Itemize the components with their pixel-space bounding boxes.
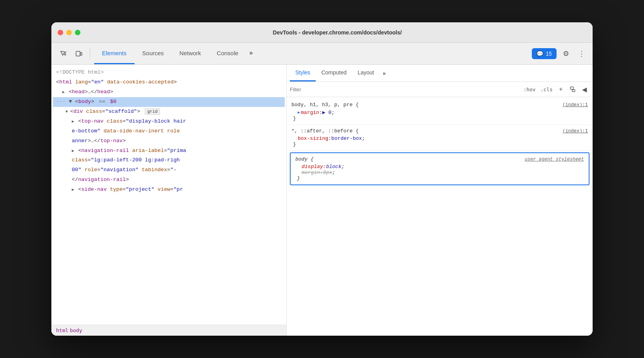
tab-sources[interactable]: Sources — [135, 43, 172, 64]
svg-rect-2 — [570, 87, 573, 89]
paint-button[interactable] — [568, 84, 578, 94]
css-rules[interactable]: body, h1, h3, p, pre { (index):1 ▶ margi… — [287, 97, 593, 336]
more-tabs-button[interactable]: » — [246, 43, 256, 64]
toolbar-divider — [90, 48, 90, 59]
elements-panel: <!DOCTYPE html> <html lang="en" data-coo… — [51, 65, 287, 336]
css-selector-2: *, ::after, ::before { — [291, 128, 359, 134]
window-controls — [58, 30, 80, 35]
more-style-tabs[interactable]: » — [380, 65, 389, 81]
settings-button[interactable]: ⚙ — [560, 47, 572, 60]
more-options-button[interactable]: ⋮ — [575, 47, 588, 60]
close-button[interactable] — [58, 30, 63, 35]
filter-bar: :hov .cls + ◀ — [287, 82, 593, 97]
tab-network[interactable]: Network — [172, 43, 209, 64]
css-prop-margin-8px: margin: 8px ; — [295, 170, 584, 175]
tab-layout[interactable]: Layout — [352, 65, 380, 81]
arrow-left-icon: ◀ — [582, 86, 587, 93]
code-line-topnav-1: ▶ <top-nav class="display-block hair — [53, 117, 285, 127]
tab-elements[interactable]: Elements — [94, 43, 135, 64]
code-line-div-scaffold: ▼ <div class="scaffold"> grid — [53, 107, 285, 117]
code-line-sidenav: ▶ <side-nav type="project" view="pr — [53, 185, 285, 195]
code-line-navrail-3: 00" role="navigation" tabindex="- — [53, 165, 285, 175]
tab-computed[interactable]: Computed — [316, 65, 352, 81]
messages-badge-button[interactable]: 💬 15 — [532, 48, 557, 59]
css-selector-3: body { — [295, 156, 314, 162]
css-source-1[interactable]: (index):1 — [562, 102, 588, 108]
code-line-html: <html lang="en" data-cookies-accepted> — [53, 78, 285, 87]
tab-console[interactable]: Console — [209, 43, 246, 64]
breadcrumb-body[interactable]: body — [70, 327, 82, 333]
gear-icon: ⚙ — [563, 49, 569, 58]
css-rule-universal: *, ::after, ::before { (index):1 box-siz… — [287, 125, 593, 151]
tabs-container: Elements Sources Network Console » — [94, 43, 256, 64]
window-title: DevTools - developer.chrome.com/docs/dev… — [88, 29, 586, 36]
styles-panel: Styles Computed Layout » :hov .cls + — [287, 65, 593, 336]
main-content: <!DOCTYPE html> <html lang="en" data-coo… — [51, 65, 593, 336]
breadcrumb: html body — [51, 325, 286, 336]
hov-button[interactable]: :hov — [522, 86, 537, 93]
css-prop-display: display : block ; — [295, 164, 584, 170]
filter-buttons: :hov .cls + ◀ — [522, 84, 589, 94]
maximize-button[interactable] — [75, 30, 80, 35]
plus-icon: + — [559, 86, 562, 93]
code-line-body[interactable]: ··· ▼ <body> == $0 — [53, 97, 285, 107]
css-source-3[interactable]: user agent stylesheet — [525, 157, 584, 162]
css-rule-body-highlighted: body { user agent stylesheet display : b… — [290, 152, 589, 185]
device-icon[interactable] — [72, 47, 86, 61]
code-line-navrail-close: </navigation-rail> — [53, 175, 285, 185]
css-close-1: } — [291, 116, 588, 121]
elements-code[interactable]: <!DOCTYPE html> <html lang="en" data-coo… — [51, 65, 286, 325]
breadcrumb-html[interactable]: html — [56, 327, 68, 333]
svg-rect-1 — [80, 52, 82, 55]
expand-icon[interactable]: ▶ — [298, 110, 300, 115]
css-close-2: } — [291, 141, 588, 147]
minimize-button[interactable] — [66, 30, 72, 35]
css-prop-margin-0: ▶ margin : ▶ 0 ; — [291, 109, 588, 116]
css-close-3: } — [295, 175, 584, 181]
css-prop-boxsizing: box-sizing : border-box ; — [291, 136, 588, 141]
code-line-head: ▶ <head>…</head> — [53, 87, 285, 97]
svg-rect-0 — [76, 51, 80, 56]
styles-tabs: Styles Computed Layout » — [287, 65, 593, 82]
tab-styles[interactable]: Styles — [290, 65, 316, 81]
dots-icon: ⋮ — [578, 49, 585, 58]
titlebar: DevTools - developer.chrome.com/docs/dev… — [51, 22, 593, 43]
code-line-topnav-3: anner>…</top-nav> — [53, 136, 285, 146]
toolbar: Elements Sources Network Console » 💬 15 … — [51, 43, 593, 65]
message-icon: 💬 — [537, 51, 543, 57]
message-count: 15 — [546, 51, 552, 57]
inspector-icon[interactable] — [56, 47, 70, 61]
filter-input[interactable] — [290, 87, 519, 92]
code-line-doctype: <!DOCTYPE html> — [53, 68, 285, 78]
add-rule-button[interactable]: + — [556, 84, 566, 94]
css-rule-body-h1: body, h1, h3, p, pre { (index):1 ▶ margi… — [287, 99, 593, 125]
css-selector-1: body, h1, h3, p, pre { — [291, 102, 359, 108]
toolbar-right: 💬 15 ⚙ ⋮ — [532, 47, 588, 60]
code-line-navrail-2: class="lg:pad-left-200 lg:pad-righ — [53, 155, 285, 165]
collapse-button[interactable]: ◀ — [579, 84, 589, 94]
css-source-2[interactable]: (index):1 — [562, 128, 588, 134]
code-line-topnav-2: e-bottom" data-side-nav-inert role — [53, 127, 285, 136]
devtools-window: DevTools - developer.chrome.com/docs/dev… — [51, 22, 593, 336]
code-line-navrail-1: ▶ <navigation-rail aria-label="prima — [53, 146, 285, 156]
svg-rect-3 — [572, 90, 575, 92]
cls-button[interactable]: .cls — [539, 86, 554, 93]
